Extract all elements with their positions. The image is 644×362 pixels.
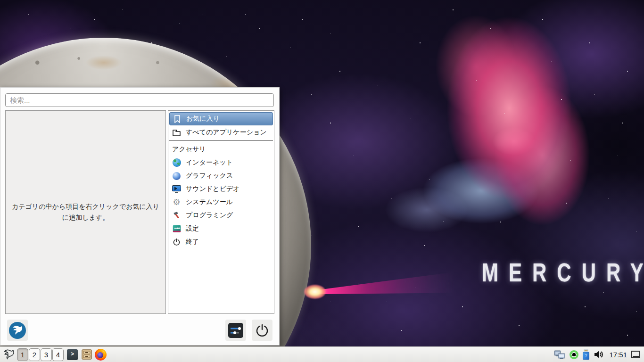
firefox-launcher[interactable] bbox=[94, 348, 107, 361]
settings-icon bbox=[172, 224, 181, 233]
workspace-1[interactable]: 1 bbox=[17, 348, 28, 361]
power-icon bbox=[255, 323, 269, 337]
category-settings[interactable]: 設定 bbox=[169, 222, 273, 235]
category-favorites[interactable]: お気に入り bbox=[169, 112, 273, 125]
category-label: プログラミング bbox=[186, 211, 233, 220]
sliders-icon bbox=[228, 322, 244, 338]
favorites-hint-text: カテゴリの中から項目を右クリックでお気に入りに追加します。 bbox=[10, 201, 161, 223]
category-label: アクセサリ bbox=[172, 145, 206, 154]
removable-media-icon[interactable] bbox=[583, 349, 589, 360]
search-input[interactable] bbox=[5, 93, 274, 107]
hatchet-icon bbox=[172, 211, 181, 220]
bird-menu-icon bbox=[3, 348, 15, 361]
category-programming[interactable]: プログラミング bbox=[169, 209, 273, 222]
bookmark-icon bbox=[173, 115, 182, 123]
gears-icon: ⚙ bbox=[172, 198, 181, 207]
menu-power-button[interactable] bbox=[252, 320, 272, 341]
status-applet-icon[interactable] bbox=[570, 350, 578, 359]
sphere-icon bbox=[172, 172, 181, 181]
favorites-pane: カテゴリの中から項目を右クリックでお気に入りに追加します。 bbox=[5, 110, 166, 314]
category-label: サウンドとビデオ bbox=[186, 185, 240, 193]
workspace-pager: 1 2 3 4 bbox=[17, 348, 64, 361]
category-all-applications[interactable]: すべてのアプリケーション bbox=[169, 126, 273, 139]
menu-button[interactable] bbox=[2, 348, 16, 362]
workspace-4[interactable]: 4 bbox=[52, 348, 64, 361]
firefox-icon bbox=[95, 349, 107, 361]
category-logout[interactable]: 終了 bbox=[169, 235, 273, 248]
workspace-2[interactable]: 2 bbox=[29, 348, 40, 361]
network-icon[interactable] bbox=[554, 349, 565, 360]
distro-logo-button[interactable] bbox=[7, 320, 28, 341]
menu-separator bbox=[169, 140, 273, 141]
category-sound-video[interactable]: サウンドとビデオ bbox=[169, 182, 273, 196]
desktop: MERCURY カテゴリの中から項目を右クリックでお気に入りに追加します。 お気… bbox=[0, 0, 644, 362]
category-system-tools[interactable]: ⚙ システムツール bbox=[169, 196, 273, 209]
taskbar: 1 2 3 4 > bbox=[0, 346, 644, 362]
category-label: インターネット bbox=[186, 158, 233, 167]
category-accessories[interactable]: アクセサリ bbox=[169, 143, 273, 156]
category-label: お気に入り bbox=[186, 115, 220, 123]
category-label: すべてのアプリケーション bbox=[186, 128, 267, 137]
comet-head bbox=[304, 285, 326, 299]
wallpaper-title: MERCURY bbox=[482, 258, 623, 288]
category-graphics[interactable]: グラフィックス bbox=[169, 169, 273, 182]
folder-icon bbox=[172, 128, 181, 137]
application-menu: カテゴリの中から項目を右クリックでお気に入りに追加します。 お気に入り すべての… bbox=[0, 87, 280, 346]
show-desktop-button[interactable] bbox=[631, 351, 640, 358]
terminal-icon: > bbox=[67, 349, 78, 360]
media-player-icon bbox=[172, 185, 181, 194]
clock[interactable]: 17:51 bbox=[609, 351, 627, 359]
category-label: 終了 bbox=[186, 238, 199, 246]
category-label: 設定 bbox=[186, 224, 199, 233]
category-label: システムツール bbox=[186, 198, 233, 206]
category-list: お気に入り すべてのアプリケーション アクセサリ インターネット グラフィックス bbox=[168, 110, 274, 314]
bird-logo-icon bbox=[9, 322, 26, 339]
volume-icon[interactable] bbox=[594, 350, 604, 359]
workspace-3[interactable]: 3 bbox=[41, 348, 52, 361]
system-tray: 17:51 bbox=[554, 349, 642, 360]
category-label: グラフィックス bbox=[186, 172, 233, 180]
file-manager-launcher[interactable] bbox=[80, 348, 93, 361]
globe-icon bbox=[172, 158, 181, 167]
category-internet[interactable]: インターネット bbox=[169, 156, 273, 169]
menu-settings-button[interactable] bbox=[225, 320, 246, 341]
power-icon bbox=[172, 238, 181, 247]
terminal-launcher[interactable]: > bbox=[66, 348, 79, 361]
file-cabinet-icon bbox=[81, 349, 92, 360]
